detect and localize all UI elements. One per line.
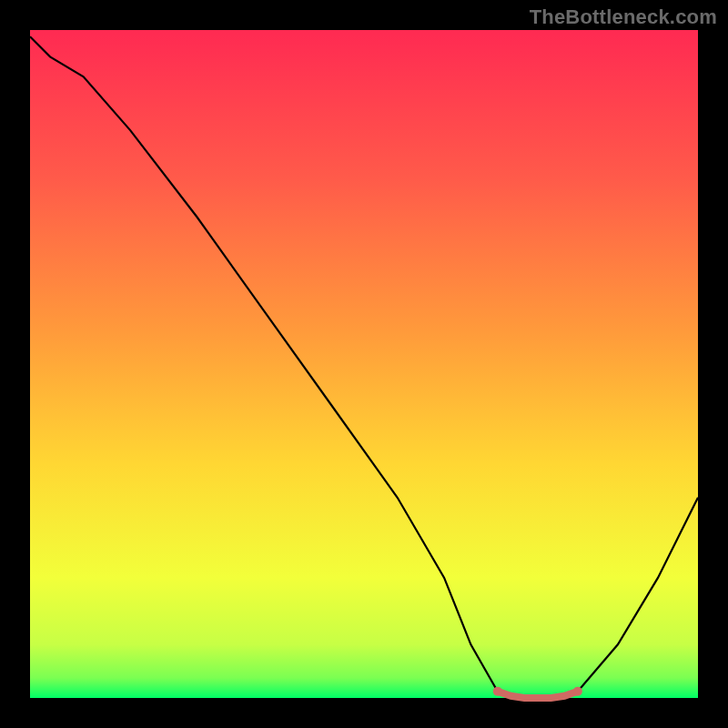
minimum-dot-left [493, 687, 502, 696]
watermark-text: TheBottleneck.com [530, 5, 717, 29]
bottleneck-chart [0, 0, 728, 728]
minimum-dot-right [573, 687, 582, 696]
chart-container: { "watermark": "TheBottleneck.com", "col… [0, 0, 728, 728]
